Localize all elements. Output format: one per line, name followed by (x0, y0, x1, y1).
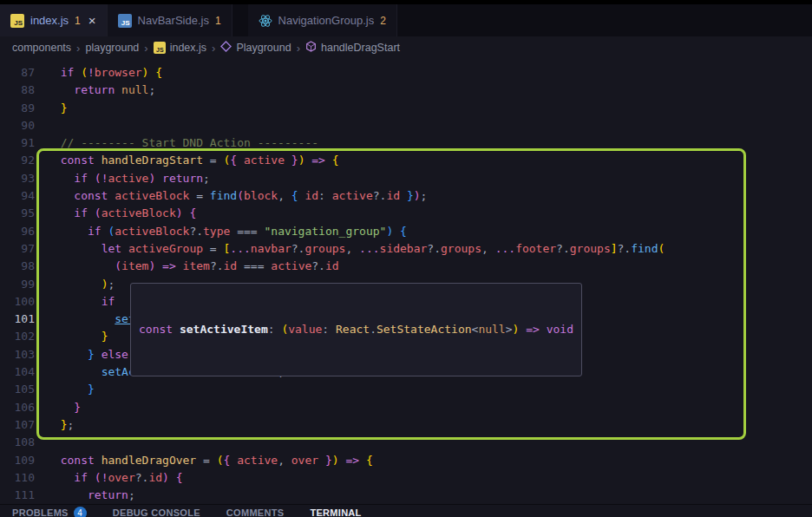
code-token: if (102, 295, 115, 308)
code-token: ( (95, 206, 102, 219)
code-token (155, 259, 162, 272)
tab-label: index.js (30, 14, 69, 27)
code-token: id (304, 189, 318, 202)
code-text: let activeGroup = [...navbar?.groups, ..… (35, 240, 665, 258)
code-text: } (35, 328, 108, 345)
code-token: , (278, 189, 285, 202)
code-token (400, 189, 407, 202)
tab-navigationgroup-js[interactable]: NavigationGroup.js 2 (248, 4, 397, 36)
code-token: id (148, 471, 162, 484)
code-line: 111 return; (0, 487, 812, 504)
code-token: // -------- Start DND Action --------- (61, 136, 318, 149)
code-token: groups (304, 242, 345, 255)
tab-navbarside-js[interactable]: JS NavBarSide.js 1 (108, 4, 232, 36)
code-token: { (291, 189, 298, 202)
panel-tab-comments[interactable]: COMMENTS (226, 508, 285, 517)
breadcrumb-playground-symbol[interactable]: Playground (220, 41, 291, 55)
panel-tab-problems[interactable]: PROBLEMS 4 (12, 508, 87, 517)
close-icon[interactable]: × (88, 14, 96, 27)
tab-index-js[interactable]: JS index.js 1 × (0, 4, 108, 36)
code-text: return null; (35, 82, 155, 99)
panel-tab-debug-console[interactable]: DEBUG CONSOLE (113, 508, 200, 517)
code-token: null (478, 323, 505, 336)
code-token: const (61, 154, 95, 167)
code-token (203, 154, 210, 167)
code-token: activeBlock (115, 189, 189, 202)
code-token: if (74, 471, 88, 484)
code-token: handleDragOver (102, 454, 197, 467)
code-token (285, 154, 291, 167)
code-token: { (155, 66, 162, 79)
line-number: 89 (0, 100, 35, 117)
code-line: 93 if (!active) return; (0, 170, 812, 187)
code-line: 94 const activeBlock = find(block, { id:… (0, 187, 812, 205)
code-token (47, 83, 74, 96)
line-number: 105 (0, 381, 35, 398)
code-token: active (271, 259, 311, 272)
code-token (47, 66, 61, 79)
code-token (230, 454, 237, 467)
line-number: 109 (0, 452, 35, 469)
panel-tab-terminal[interactable]: TERMINAL (310, 508, 361, 517)
code-line: 110 if (!over?.id) { (0, 469, 812, 487)
code-token: find (210, 189, 237, 202)
code-token: ?. (135, 471, 149, 484)
code-token (285, 454, 291, 467)
panel-tab-label: COMMENTS (226, 507, 285, 517)
code-token (95, 454, 102, 467)
line-number: 104 (0, 363, 35, 381)
code-token (196, 454, 203, 467)
code-token (47, 172, 74, 185)
code-token: ... (230, 242, 250, 255)
code-token (47, 330, 102, 343)
code-token: block (244, 189, 278, 202)
symbol-class-icon (220, 41, 232, 55)
code-text: const activeBlock = find(block, { id: ac… (35, 187, 427, 205)
code-token: } (88, 348, 95, 361)
code-token: React (336, 323, 370, 336)
breadcrumb-components[interactable]: components (12, 42, 71, 54)
code-token: ) (332, 454, 339, 467)
code-text: (item) => item?.id === active?.id (35, 258, 339, 275)
code-token (325, 154, 332, 167)
breadcrumb: components › playground › JS index.js › … (0, 36, 812, 59)
breadcrumb-index-js[interactable]: JS index.js (154, 42, 206, 54)
code-token (47, 383, 88, 396)
code-token: ?. (210, 259, 224, 272)
code-token: { (176, 471, 183, 484)
code-token: : (322, 323, 329, 336)
code-token: . (370, 323, 377, 336)
code-token (519, 323, 526, 336)
code-token: find (631, 242, 658, 255)
code-line: 87 if (!browser) { (0, 64, 812, 82)
code-token (47, 471, 74, 484)
code-token (47, 401, 74, 414)
breadcrumb-handledragstart-symbol[interactable]: handleDragStart (305, 41, 400, 55)
code-token (47, 488, 88, 501)
code-token: SetStateAction (377, 323, 472, 336)
code-token (285, 189, 291, 202)
code-token: id (386, 189, 400, 202)
code-token (115, 83, 121, 96)
tab-label: NavigationGroup.js (278, 14, 375, 27)
code-token (237, 154, 244, 167)
code-token: ) (176, 206, 183, 219)
code-editor[interactable]: 87 if (!browser) {88 return null;89 }909… (0, 59, 812, 504)
code-token: = (196, 189, 203, 202)
code-text: // -------- Start DND Action --------- (35, 134, 318, 152)
hover-tooltip: const setActiveItem: (value: React.SetSt… (130, 283, 582, 376)
code-text (35, 117, 47, 134)
code-token: activeBlock (115, 225, 189, 238)
breadcrumb-playground-folder[interactable]: playground (85, 42, 139, 54)
code-token (47, 154, 61, 167)
code-token: active (332, 189, 373, 202)
code-token: else (102, 348, 128, 361)
code-token (173, 323, 180, 336)
line-number: 93 (0, 170, 35, 187)
code-line: 92 const handleDragStart = ({ active }) … (0, 152, 812, 169)
code-token: value (288, 323, 322, 336)
code-text: if (activeBlock) { (35, 205, 196, 222)
code-text (35, 434, 47, 451)
code-token: ?. (189, 225, 203, 238)
code-token: ; (108, 278, 115, 291)
